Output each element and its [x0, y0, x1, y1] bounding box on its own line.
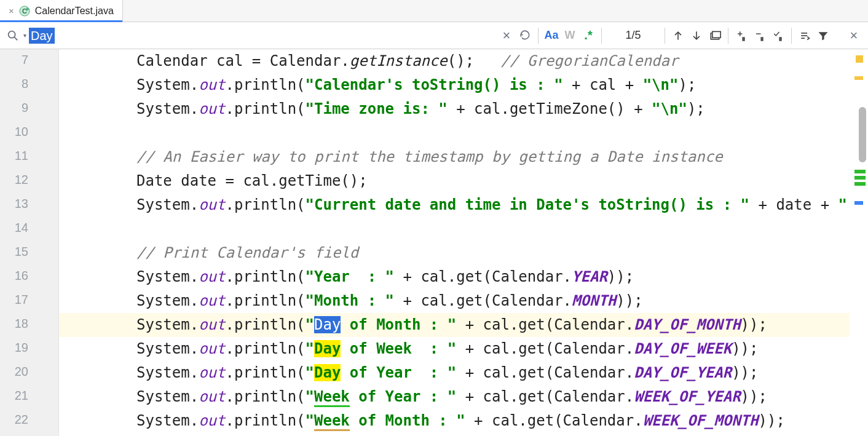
select-all-occurrences-icon[interactable] — [706, 26, 724, 45]
java-class-icon: C — [19, 6, 30, 17]
caret-marker[interactable] — [854, 201, 863, 205]
error-stripe[interactable] — [850, 49, 868, 436]
svg-text:II: II — [779, 36, 782, 41]
tab-filename: CalendarTest.java — [35, 6, 114, 17]
search-counter: 1/5 — [606, 29, 661, 42]
code-line[interactable]: System.out.println("Calendar's toString(… — [59, 73, 850, 97]
find-toolbar: ▾ Day × Aa W .* 1/5 II II II × — [0, 22, 868, 49]
scrollbar-thumb[interactable] — [859, 107, 866, 162]
code-line[interactable]: System.out.println("Week of Year : " + c… — [59, 385, 850, 409]
select-all-icon[interactable]: II — [769, 26, 787, 45]
line-number: 16 — [0, 269, 37, 283]
match-marker[interactable] — [854, 170, 866, 173]
line-number: 11 — [0, 149, 37, 163]
close-search-icon[interactable]: × — [845, 26, 863, 45]
svg-line-3 — [15, 37, 18, 40]
editor-area[interactable]: 78910111213141516171819202122 Calendar c… — [0, 49, 868, 436]
line-number: 13 — [0, 197, 37, 211]
line-number: 19 — [0, 341, 37, 355]
line-number: 8 — [0, 77, 37, 91]
search-query-text: Day — [29, 28, 55, 44]
line-number: 20 — [0, 365, 37, 379]
line-number: 22 — [0, 413, 37, 427]
code-line[interactable]: System.out.println("Day of Week : " + ca… — [59, 337, 850, 361]
code-line[interactable]: System.out.println("Year : " + cal.get(C… — [59, 265, 850, 289]
code-line[interactable]: Calendar cal = Calendar.getInstance(); /… — [59, 49, 850, 73]
code-line[interactable]: System.out.println("Month : " + cal.get(… — [59, 289, 850, 313]
svg-text:C: C — [22, 7, 27, 15]
line-number-gutter: 78910111213141516171819202122 — [0, 49, 59, 436]
line-number: 21 — [0, 389, 37, 403]
search-match: Day — [314, 340, 341, 357]
search-field[interactable]: Day — [29, 26, 497, 46]
toggle-replace-icon[interactable] — [795, 26, 814, 45]
add-selection-icon[interactable]: II — [732, 26, 751, 45]
warning-marker[interactable] — [856, 55, 863, 63]
svg-text:II: II — [743, 36, 745, 41]
code-line[interactable]: Date date = cal.getTime(); — [59, 169, 850, 193]
line-number: 15 — [0, 245, 37, 259]
code-line[interactable]: System.out.println("Current date and tim… — [59, 193, 850, 217]
line-number: 10 — [0, 125, 37, 139]
regex-toggle[interactable]: .* — [579, 26, 598, 45]
code-line[interactable]: System.out.println("Time zone is: " + ca… — [59, 97, 850, 121]
line-number: 9 — [0, 101, 37, 115]
search-match-selected: Day — [314, 316, 341, 333]
editor-tab[interactable]: × C CalendarTest.java — [0, 0, 123, 22]
code-viewport[interactable]: Calendar cal = Calendar.getInstance(); /… — [59, 49, 850, 436]
match-marker[interactable] — [854, 176, 866, 180]
match-case-toggle[interactable]: Aa — [542, 26, 561, 45]
svg-text:II: II — [761, 36, 763, 41]
prev-match-icon[interactable] — [669, 26, 687, 45]
remove-selection-icon[interactable]: II — [751, 26, 769, 45]
warning-marker[interactable] — [854, 76, 863, 80]
code-line[interactable]: // An Easier way to print the timestamp … — [59, 145, 850, 169]
filter-icon[interactable] — [814, 26, 832, 45]
search-dropdown-icon[interactable]: ▾ — [23, 32, 26, 39]
search-history-icon[interactable] — [516, 26, 534, 45]
code-line[interactable]: System.out.println("Day of Year : " + ca… — [59, 361, 850, 385]
tab-bar: × C CalendarTest.java — [0, 0, 868, 22]
code-line[interactable]: System.out.println("Week of Month : " + … — [59, 409, 850, 433]
search-icon — [6, 29, 20, 42]
line-number: 18 — [0, 317, 37, 331]
whole-words-toggle[interactable]: W — [561, 26, 579, 45]
line-number: 17 — [0, 293, 37, 307]
line-number: 12 — [0, 173, 37, 187]
code-line[interactable]: // Print Calendar's field — [59, 241, 850, 265]
svg-rect-7 — [712, 31, 720, 38]
clear-search-icon[interactable]: × — [497, 26, 516, 45]
line-number: 14 — [0, 221, 37, 235]
next-match-icon[interactable] — [687, 26, 706, 45]
close-tab-icon[interactable]: × — [9, 6, 14, 16]
search-match: Day — [314, 364, 341, 381]
match-marker[interactable] — [854, 182, 866, 186]
line-number: 7 — [0, 53, 37, 67]
svg-point-2 — [9, 31, 15, 38]
code-line-current[interactable]: System.out.println("Day of Month : " + c… — [59, 313, 850, 337]
